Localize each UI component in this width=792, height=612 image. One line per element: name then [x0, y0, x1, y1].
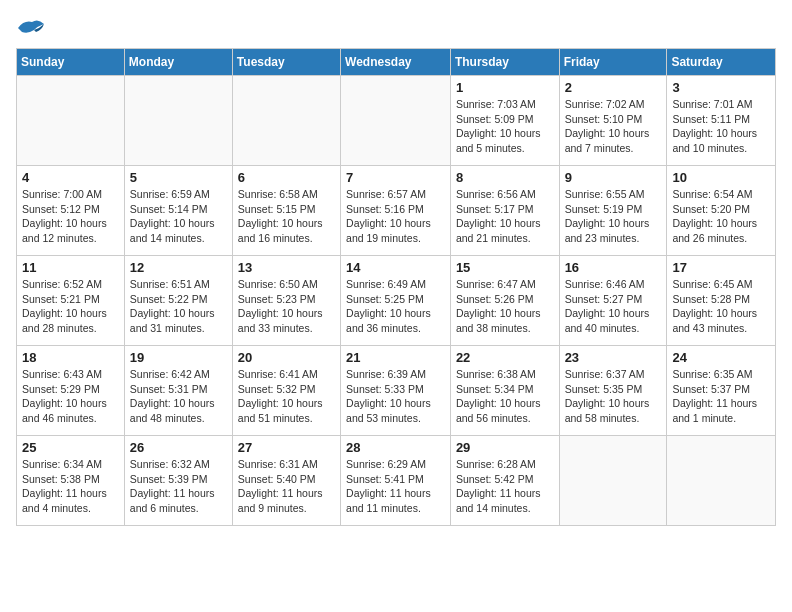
calendar-cell: 6Sunrise: 6:58 AM Sunset: 5:15 PM Daylig…	[232, 166, 340, 256]
calendar-cell: 23Sunrise: 6:37 AM Sunset: 5:35 PM Dayli…	[559, 346, 667, 436]
calendar-cell: 11Sunrise: 6:52 AM Sunset: 5:21 PM Dayli…	[17, 256, 125, 346]
calendar-cell: 27Sunrise: 6:31 AM Sunset: 5:40 PM Dayli…	[232, 436, 340, 526]
calendar-cell: 15Sunrise: 6:47 AM Sunset: 5:26 PM Dayli…	[450, 256, 559, 346]
calendar-cell	[17, 76, 125, 166]
logo-bird-icon	[16, 16, 46, 40]
day-info: Sunrise: 6:55 AM Sunset: 5:19 PM Dayligh…	[565, 187, 662, 246]
day-info: Sunrise: 6:47 AM Sunset: 5:26 PM Dayligh…	[456, 277, 554, 336]
day-number: 20	[238, 350, 335, 365]
calendar-cell: 12Sunrise: 6:51 AM Sunset: 5:22 PM Dayli…	[124, 256, 232, 346]
weekday-header-friday: Friday	[559, 49, 667, 76]
day-info: Sunrise: 6:32 AM Sunset: 5:39 PM Dayligh…	[130, 457, 227, 516]
calendar-cell: 4Sunrise: 7:00 AM Sunset: 5:12 PM Daylig…	[17, 166, 125, 256]
day-info: Sunrise: 6:29 AM Sunset: 5:41 PM Dayligh…	[346, 457, 445, 516]
calendar-cell: 24Sunrise: 6:35 AM Sunset: 5:37 PM Dayli…	[667, 346, 776, 436]
day-number: 24	[672, 350, 770, 365]
day-number: 3	[672, 80, 770, 95]
day-info: Sunrise: 6:49 AM Sunset: 5:25 PM Dayligh…	[346, 277, 445, 336]
day-info: Sunrise: 6:56 AM Sunset: 5:17 PM Dayligh…	[456, 187, 554, 246]
day-number: 13	[238, 260, 335, 275]
day-info: Sunrise: 6:51 AM Sunset: 5:22 PM Dayligh…	[130, 277, 227, 336]
day-number: 6	[238, 170, 335, 185]
day-number: 26	[130, 440, 227, 455]
day-number: 27	[238, 440, 335, 455]
calendar-cell: 10Sunrise: 6:54 AM Sunset: 5:20 PM Dayli…	[667, 166, 776, 256]
calendar-cell: 7Sunrise: 6:57 AM Sunset: 5:16 PM Daylig…	[341, 166, 451, 256]
calendar-cell: 17Sunrise: 6:45 AM Sunset: 5:28 PM Dayli…	[667, 256, 776, 346]
day-number: 12	[130, 260, 227, 275]
weekday-header-monday: Monday	[124, 49, 232, 76]
day-info: Sunrise: 6:35 AM Sunset: 5:37 PM Dayligh…	[672, 367, 770, 426]
day-number: 5	[130, 170, 227, 185]
day-number: 23	[565, 350, 662, 365]
weekday-header-sunday: Sunday	[17, 49, 125, 76]
day-info: Sunrise: 6:39 AM Sunset: 5:33 PM Dayligh…	[346, 367, 445, 426]
calendar-cell	[341, 76, 451, 166]
calendar-cell: 19Sunrise: 6:42 AM Sunset: 5:31 PM Dayli…	[124, 346, 232, 436]
calendar-cell: 1Sunrise: 7:03 AM Sunset: 5:09 PM Daylig…	[450, 76, 559, 166]
calendar-cell: 29Sunrise: 6:28 AM Sunset: 5:42 PM Dayli…	[450, 436, 559, 526]
day-info: Sunrise: 6:43 AM Sunset: 5:29 PM Dayligh…	[22, 367, 119, 426]
day-info: Sunrise: 7:03 AM Sunset: 5:09 PM Dayligh…	[456, 97, 554, 156]
day-info: Sunrise: 6:46 AM Sunset: 5:27 PM Dayligh…	[565, 277, 662, 336]
calendar-cell: 18Sunrise: 6:43 AM Sunset: 5:29 PM Dayli…	[17, 346, 125, 436]
day-info: Sunrise: 6:34 AM Sunset: 5:38 PM Dayligh…	[22, 457, 119, 516]
day-number: 19	[130, 350, 227, 365]
calendar-week-0: 1Sunrise: 7:03 AM Sunset: 5:09 PM Daylig…	[17, 76, 776, 166]
calendar-week-4: 25Sunrise: 6:34 AM Sunset: 5:38 PM Dayli…	[17, 436, 776, 526]
weekday-header-wednesday: Wednesday	[341, 49, 451, 76]
calendar-cell: 21Sunrise: 6:39 AM Sunset: 5:33 PM Dayli…	[341, 346, 451, 436]
day-number: 22	[456, 350, 554, 365]
day-number: 14	[346, 260, 445, 275]
calendar-cell: 28Sunrise: 6:29 AM Sunset: 5:41 PM Dayli…	[341, 436, 451, 526]
day-info: Sunrise: 6:31 AM Sunset: 5:40 PM Dayligh…	[238, 457, 335, 516]
weekday-header-thursday: Thursday	[450, 49, 559, 76]
day-number: 18	[22, 350, 119, 365]
weekday-header-tuesday: Tuesday	[232, 49, 340, 76]
day-number: 28	[346, 440, 445, 455]
calendar-cell: 3Sunrise: 7:01 AM Sunset: 5:11 PM Daylig…	[667, 76, 776, 166]
day-info: Sunrise: 6:38 AM Sunset: 5:34 PM Dayligh…	[456, 367, 554, 426]
calendar-cell: 2Sunrise: 7:02 AM Sunset: 5:10 PM Daylig…	[559, 76, 667, 166]
weekday-header-saturday: Saturday	[667, 49, 776, 76]
day-info: Sunrise: 7:00 AM Sunset: 5:12 PM Dayligh…	[22, 187, 119, 246]
day-number: 1	[456, 80, 554, 95]
day-info: Sunrise: 7:02 AM Sunset: 5:10 PM Dayligh…	[565, 97, 662, 156]
day-number: 16	[565, 260, 662, 275]
calendar-cell: 9Sunrise: 6:55 AM Sunset: 5:19 PM Daylig…	[559, 166, 667, 256]
day-number: 10	[672, 170, 770, 185]
day-info: Sunrise: 6:37 AM Sunset: 5:35 PM Dayligh…	[565, 367, 662, 426]
day-number: 2	[565, 80, 662, 95]
calendar-cell	[667, 436, 776, 526]
calendar-cell: 25Sunrise: 6:34 AM Sunset: 5:38 PM Dayli…	[17, 436, 125, 526]
calendar-cell: 22Sunrise: 6:38 AM Sunset: 5:34 PM Dayli…	[450, 346, 559, 436]
day-number: 7	[346, 170, 445, 185]
calendar-table: SundayMondayTuesdayWednesdayThursdayFrid…	[16, 48, 776, 526]
calendar-cell: 13Sunrise: 6:50 AM Sunset: 5:23 PM Dayli…	[232, 256, 340, 346]
day-info: Sunrise: 6:45 AM Sunset: 5:28 PM Dayligh…	[672, 277, 770, 336]
day-info: Sunrise: 6:58 AM Sunset: 5:15 PM Dayligh…	[238, 187, 335, 246]
day-number: 25	[22, 440, 119, 455]
calendar-week-2: 11Sunrise: 6:52 AM Sunset: 5:21 PM Dayli…	[17, 256, 776, 346]
day-info: Sunrise: 6:28 AM Sunset: 5:42 PM Dayligh…	[456, 457, 554, 516]
day-info: Sunrise: 6:57 AM Sunset: 5:16 PM Dayligh…	[346, 187, 445, 246]
day-info: Sunrise: 6:52 AM Sunset: 5:21 PM Dayligh…	[22, 277, 119, 336]
calendar-cell: 20Sunrise: 6:41 AM Sunset: 5:32 PM Dayli…	[232, 346, 340, 436]
day-info: Sunrise: 6:42 AM Sunset: 5:31 PM Dayligh…	[130, 367, 227, 426]
day-number: 21	[346, 350, 445, 365]
day-info: Sunrise: 6:41 AM Sunset: 5:32 PM Dayligh…	[238, 367, 335, 426]
calendar-cell	[232, 76, 340, 166]
calendar-cell	[559, 436, 667, 526]
calendar-cell: 16Sunrise: 6:46 AM Sunset: 5:27 PM Dayli…	[559, 256, 667, 346]
day-info: Sunrise: 7:01 AM Sunset: 5:11 PM Dayligh…	[672, 97, 770, 156]
page-header	[16, 16, 776, 40]
day-number: 9	[565, 170, 662, 185]
day-number: 15	[456, 260, 554, 275]
calendar-cell: 5Sunrise: 6:59 AM Sunset: 5:14 PM Daylig…	[124, 166, 232, 256]
day-number: 17	[672, 260, 770, 275]
day-info: Sunrise: 6:54 AM Sunset: 5:20 PM Dayligh…	[672, 187, 770, 246]
calendar-week-1: 4Sunrise: 7:00 AM Sunset: 5:12 PM Daylig…	[17, 166, 776, 256]
calendar-cell: 14Sunrise: 6:49 AM Sunset: 5:25 PM Dayli…	[341, 256, 451, 346]
calendar-cell: 26Sunrise: 6:32 AM Sunset: 5:39 PM Dayli…	[124, 436, 232, 526]
logo	[16, 16, 50, 40]
